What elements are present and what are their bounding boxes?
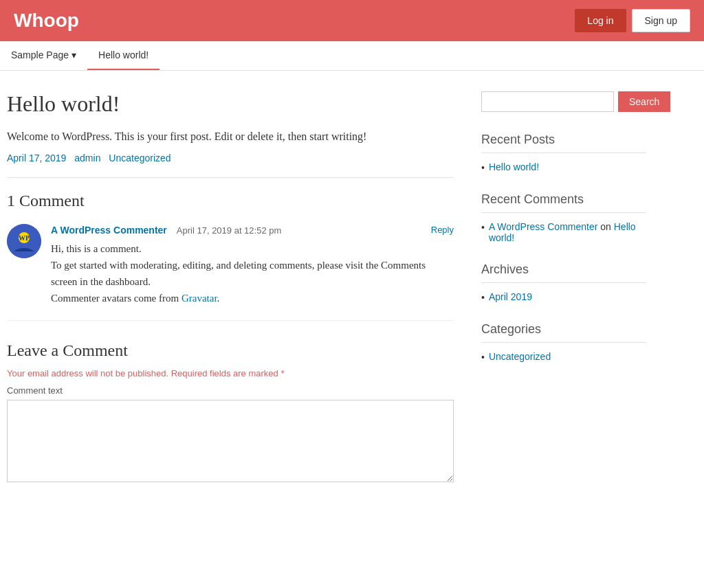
- recent-posts-list: Hello world!: [481, 161, 646, 173]
- login-button[interactable]: Log in: [575, 9, 626, 32]
- header-buttons: Log in Sign up: [575, 9, 690, 32]
- recent-post-item: Hello world!: [481, 161, 646, 173]
- recent-comments-list: A WordPress Commenter on Hello world!: [481, 221, 646, 243]
- category-link[interactable]: Uncategorized: [489, 351, 551, 362]
- comment-line-1: Hi, this is a comment.: [51, 240, 454, 257]
- signup-button[interactable]: Sign up: [632, 9, 690, 32]
- comment-textarea-label: Comment text: [7, 385, 454, 396]
- gravatar-link[interactable]: Gravatar: [182, 293, 217, 304]
- post-content: Welcome to WordPress. This is your first…: [7, 128, 454, 146]
- recent-comments-widget: Recent Comments A WordPress Commenter on…: [481, 192, 646, 243]
- search-input[interactable]: [481, 91, 614, 112]
- comment-line-2: To get started with moderating, editing,…: [51, 257, 454, 290]
- recent-comment-item: A WordPress Commenter on Hello world!: [481, 221, 646, 243]
- recent-posts-widget: Recent Posts Hello world!: [481, 133, 646, 173]
- comment-note: Your email address will not be published…: [7, 368, 454, 378]
- comment-author-date: A WordPress Commenter April 17, 2019 at …: [51, 224, 281, 236]
- site-title: Whoop: [14, 10, 79, 32]
- main-wrapper: Hello world! Welcome to WordPress. This …: [0, 71, 704, 512]
- comment-body: A WordPress Commenter April 17, 2019 at …: [51, 224, 454, 306]
- recent-comment-author[interactable]: A WordPress Commenter: [489, 221, 597, 232]
- comments-title: 1 Comment: [7, 192, 454, 210]
- comment-textarea[interactable]: [7, 400, 454, 482]
- post-date[interactable]: April 17, 2019: [7, 152, 66, 163]
- nav-item-label: Hello world!: [98, 49, 148, 60]
- recent-posts-title: Recent Posts: [481, 133, 646, 153]
- dropdown-icon: ▾: [72, 49, 76, 60]
- comment-text: Hi, this is a comment. To get started wi…: [51, 240, 454, 306]
- comment-meta: A WordPress Commenter April 17, 2019 at …: [51, 224, 454, 236]
- leave-comment-section: Leave a Comment Your email address will …: [7, 341, 454, 485]
- site-header: Whoop Log in Sign up: [0, 0, 704, 41]
- post-category[interactable]: Uncategorized: [109, 152, 170, 163]
- archive-item: April 2019: [481, 291, 646, 303]
- categories-title: Categories: [481, 322, 646, 343]
- nav-item-label: Sample Page: [11, 49, 69, 60]
- post-author[interactable]: admin: [74, 152, 100, 163]
- comment-avatar: WP: [7, 224, 41, 258]
- search-widget: Search: [481, 91, 646, 112]
- archive-link[interactable]: April 2019: [489, 291, 532, 302]
- post-meta: April 17, 2019 admin Uncategorized: [7, 152, 454, 163]
- comments-section: 1 Comment WP A WordPress Commenter: [7, 177, 454, 321]
- required-star: *: [280, 368, 284, 378]
- leave-comment-title: Leave a Comment: [7, 341, 454, 360]
- recent-comments-title: Recent Comments: [481, 192, 646, 213]
- archives-list: April 2019: [481, 291, 646, 303]
- recent-post-link[interactable]: Hello world!: [489, 161, 539, 172]
- reply-link[interactable]: Reply: [431, 225, 454, 235]
- nav-item-hello-world[interactable]: Hello world!: [87, 41, 160, 70]
- categories-list: Uncategorized: [481, 351, 646, 363]
- recent-comment-on: on: [600, 221, 613, 232]
- comment-author[interactable]: A WordPress Commenter: [51, 225, 167, 236]
- archives-widget: Archives April 2019: [481, 262, 646, 303]
- categories-widget: Categories Uncategorized: [481, 322, 646, 363]
- search-button[interactable]: Search: [618, 91, 670, 112]
- comment-date: April 17, 2019 at 12:52 pm: [177, 225, 282, 236]
- svg-text:WP: WP: [19, 234, 30, 242]
- category-item: Uncategorized: [481, 351, 646, 363]
- comment-item: WP A WordPress Commenter April 17, 2019 …: [7, 224, 454, 321]
- archives-title: Archives: [481, 262, 646, 283]
- site-nav: Sample Page ▾ Hello world!: [0, 41, 704, 71]
- post-title: Hello world!: [7, 91, 454, 117]
- comment-line-3: Commenter avatars come from Gravatar.: [51, 290, 454, 306]
- nav-item-sample-page[interactable]: Sample Page ▾: [0, 41, 87, 70]
- sidebar: Search Recent Posts Hello world! Recent …: [468, 84, 660, 499]
- content-area: Hello world! Welcome to WordPress. This …: [0, 84, 468, 499]
